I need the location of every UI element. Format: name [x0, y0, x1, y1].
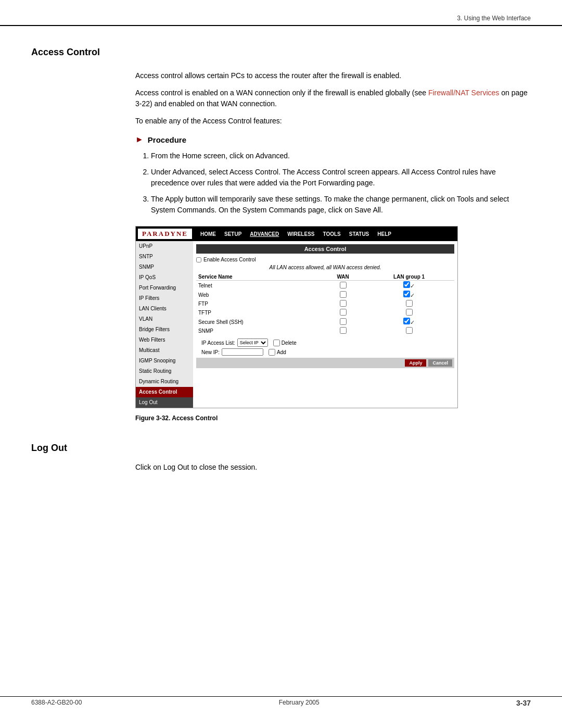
service-name: Telnet: [196, 281, 322, 291]
new-ip-label: New IP:: [201, 349, 220, 355]
delete-label: Delete: [282, 340, 297, 346]
sidebar-item-accesscontrol[interactable]: Access Control: [136, 387, 193, 397]
wan-cell: [322, 317, 364, 327]
wan-cell: [322, 327, 364, 335]
nav-status[interactable]: STATUS: [345, 230, 374, 238]
sidebar-item-sntp[interactable]: SNTP: [136, 252, 193, 262]
services-table: Service Name WAN LAN group 1 Telnet ✓: [196, 273, 454, 335]
new-ip-input[interactable]: [222, 348, 263, 356]
ip-access-row: IP Access List: Select IP Delete: [196, 338, 454, 347]
nav-setup[interactable]: SETUP: [220, 230, 246, 238]
access-control-section: Access Control Access control allows cer…: [31, 47, 531, 422]
access-control-heading: Access Control: [31, 47, 531, 58]
sidebar-item-ipfilters[interactable]: IP Filters: [136, 293, 193, 304]
col-wan: WAN: [322, 273, 364, 281]
all-lan-text: All LAN access allowed, all WAN access d…: [196, 265, 454, 270]
col-service: Service Name: [196, 273, 322, 281]
step-1: From the Home screen, click on Advanced.: [151, 150, 531, 161]
check-mark: ✓: [410, 283, 415, 289]
wan-cell: [322, 299, 364, 308]
service-name: Web: [196, 290, 322, 299]
apply-button[interactable]: Apply: [405, 359, 426, 367]
sidebar-item-igmpsnooping[interactable]: IGMP Snooping: [136, 356, 193, 366]
nav-wireless[interactable]: WIRELESS: [283, 230, 318, 238]
figure-caption: Figure 3-32. Access Control: [135, 415, 531, 422]
top-rule: [0, 25, 562, 26]
sidebar-item-ipqos[interactable]: IP QoS: [136, 272, 193, 283]
log-out-heading: Log Out: [31, 443, 531, 454]
nav-help[interactable]: HELP: [373, 230, 395, 238]
chapter-header: 3. Using the Web Interface: [457, 15, 531, 22]
wan-cell: [322, 290, 364, 299]
nav-advanced[interactable]: ADVANCED: [246, 230, 283, 238]
lan-checkbox-web[interactable]: [403, 291, 410, 297]
lan-cell: ✓: [364, 281, 454, 291]
lan-cell: [364, 327, 454, 335]
wan-checkbox-web[interactable]: [340, 291, 347, 298]
check-mark: ✓: [410, 319, 415, 325]
sidebar-item-staticrouting[interactable]: Static Routing: [136, 366, 193, 376]
footer: 6388-A2-GB20-00 February 2005 3-37: [0, 699, 562, 707]
sidebar-item-vlan[interactable]: VLAN: [136, 314, 193, 324]
para1: Access control allows certain PCs to acc…: [135, 70, 531, 81]
ip-access-label: IP Access List:: [201, 340, 235, 346]
nav-home[interactable]: HOME: [196, 230, 220, 238]
log-out-text: Click on Log Out to close the session.: [135, 462, 531, 473]
table-row: Web ✓: [196, 290, 454, 299]
wan-checkbox-telnet[interactable]: [340, 282, 347, 288]
new-ip-row: New IP: Add: [196, 348, 454, 356]
sidebar-item-snmp[interactable]: SNMP: [136, 262, 193, 272]
sidebar-item-portforwarding[interactable]: Port Forwarding: [136, 283, 193, 293]
enable-access-control-label: Enable Access Control: [203, 257, 256, 262]
sidebar-item-multicast[interactable]: Multicast: [136, 345, 193, 356]
sidebar-item-bridgefilters[interactable]: Bridge Filters: [136, 324, 193, 335]
cancel-button[interactable]: Cancel: [428, 359, 452, 367]
sidebar: UPnP SNTP SNMP IP QoS Port Forwarding IP…: [136, 241, 193, 408]
lan-checkbox-snmp[interactable]: [406, 327, 413, 334]
ip-access-select[interactable]: Select IP: [237, 338, 268, 347]
lan-checkbox-ftp[interactable]: [406, 300, 413, 307]
col-lan: LAN group 1: [364, 273, 454, 281]
lan-cell: [364, 299, 454, 308]
lan-cell: ✓: [364, 317, 454, 327]
sidebar-item-lanclients[interactable]: LAN Clients: [136, 304, 193, 314]
sidebar-item-dynamicrouting[interactable]: Dynamic Routing: [136, 376, 193, 387]
lan-checkbox-telnet[interactable]: [403, 281, 410, 288]
sidebar-item-webfilters[interactable]: Web Filters: [136, 335, 193, 345]
wan-cell: [322, 308, 364, 317]
apply-bar: Apply Cancel: [196, 358, 454, 368]
lan-cell: [364, 308, 454, 317]
wan-checkbox-ssh[interactable]: [340, 318, 347, 325]
table-row: FTP: [196, 299, 454, 308]
service-name: TFTP: [196, 308, 322, 317]
nav-bar: PARADYNE HOME SETUP ADVANCED WIRELESS TO…: [136, 227, 457, 241]
firewall-nat-link[interactable]: Firewall/NAT Services: [428, 89, 499, 97]
wan-checkbox-snmp[interactable]: [340, 327, 347, 334]
wan-checkbox-ftp[interactable]: [340, 300, 347, 307]
wan-checkbox-tftp[interactable]: [340, 309, 347, 316]
sidebar-item-upnp[interactable]: UPnP: [136, 241, 193, 252]
procedure-heading: ► Procedure: [135, 135, 531, 144]
service-name: FTP: [196, 299, 322, 308]
procedure-label: Procedure: [148, 135, 186, 144]
lan-checkbox-ssh[interactable]: [403, 318, 410, 324]
table-row: Telnet ✓: [196, 281, 454, 291]
add-checkbox[interactable]: [269, 349, 275, 356]
footer-rule: [0, 696, 562, 697]
enable-access-control-row: Enable Access Control: [196, 257, 454, 262]
footer-center: February 2005: [279, 699, 320, 707]
sidebar-item-logout[interactable]: Log Out: [136, 397, 193, 408]
table-row: SNMP: [196, 327, 454, 335]
table-row: TFTP: [196, 308, 454, 317]
procedure-arrow-icon: ►: [135, 135, 144, 144]
nav-tools[interactable]: TOOLS: [319, 230, 345, 238]
wan-cell: [322, 281, 364, 291]
footer-left: 6388-A2-GB20-00: [31, 699, 82, 707]
para3: To enable any of the Access Control feat…: [135, 116, 531, 127]
logo-text: PARADYNE: [142, 230, 188, 237]
screenshot: PARADYNE HOME SETUP ADVANCED WIRELESS TO…: [135, 226, 458, 408]
delete-checkbox[interactable]: [273, 340, 280, 346]
enable-access-control-checkbox[interactable]: [196, 257, 201, 262]
lan-checkbox-tftp[interactable]: [406, 309, 413, 316]
panel-title: Access Control: [196, 244, 454, 254]
